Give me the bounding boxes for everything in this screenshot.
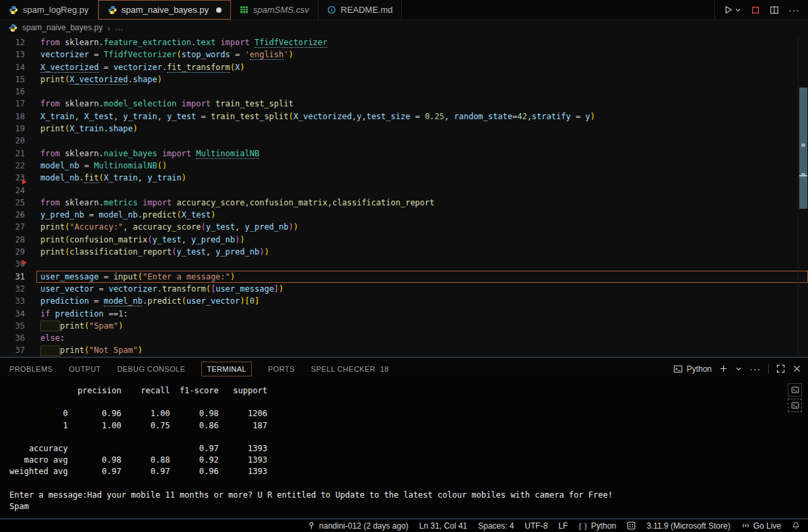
code-line[interactable]: 20 bbox=[0, 135, 808, 147]
panel-tab-output[interactable]: OUTPUT bbox=[69, 362, 101, 376]
line-number: 29 bbox=[0, 246, 25, 258]
code-line-text: print("Spam") bbox=[36, 320, 808, 332]
terminal-instance-list bbox=[788, 383, 802, 412]
code-editor[interactable]: 12from sklearn.feature_extraction.text i… bbox=[0, 35, 808, 357]
code-line-text bbox=[36, 185, 808, 197]
code-line[interactable]: 34if prediction ==1: bbox=[0, 308, 808, 320]
code-line[interactable]: 21from sklearn.naive_bayes import Multin… bbox=[0, 147, 808, 160]
terminal-output[interactable]: precision recall f1-score support 0 0.96… bbox=[0, 380, 808, 512]
code-line[interactable]: 19print(X_train.shape) bbox=[0, 123, 808, 135]
scrollbar-mark bbox=[801, 143, 805, 147]
code-line-text: vectorizer = TfidfVectorizer(stop_words … bbox=[36, 48, 808, 61]
tab-spamSMS.csv[interactable]: spamSMS.csv bbox=[231, 0, 318, 20]
stop-icon bbox=[751, 5, 760, 15]
code-line-text bbox=[36, 135, 808, 147]
line-number: 34 bbox=[0, 308, 25, 320]
cursor-label: Ln 31, Col 41 bbox=[419, 521, 467, 531]
breadcrumb-file[interactable]: spam_naive_bayes.py bbox=[22, 23, 102, 32]
code-line-text: else: bbox=[36, 332, 808, 344]
panel-tab-spell-checker[interactable]: SPELL CHECKER18 bbox=[311, 362, 389, 376]
code-line[interactable]: 35 print("Spam") bbox=[0, 320, 808, 332]
status-eol[interactable]: LF bbox=[558, 521, 568, 531]
new-terminal-button[interactable] bbox=[719, 364, 728, 373]
code-line-text: print(confusion_matrix(y_test, y_pred_nb… bbox=[36, 234, 808, 246]
terminal-shell-selector[interactable]: Python bbox=[673, 364, 712, 374]
unsaved-dot[interactable] bbox=[216, 7, 222, 13]
split-editor-button[interactable] bbox=[770, 5, 779, 15]
terminal[interactable]: precision recall f1-score support 0 0.96… bbox=[0, 380, 808, 519]
code-line[interactable]: 33prediction = model_nb.predict(user_vec… bbox=[0, 295, 808, 307]
breadcrumb-more[interactable]: … bbox=[115, 23, 123, 32]
line-number: 35 bbox=[0, 320, 25, 332]
code-line[interactable]: 37 print("Not Spam") bbox=[0, 344, 808, 356]
breadcrumb[interactable]: spam_naive_bayes.py › … bbox=[0, 20, 808, 35]
status-bar: nandini-012 (2 days ago) Ln 31, Col 41 S… bbox=[0, 519, 808, 532]
panel-tab-terminal[interactable]: TERMINAL bbox=[201, 362, 252, 376]
line-number: 22 bbox=[0, 160, 25, 172]
split-editor-icon bbox=[770, 5, 779, 15]
status-indentation[interactable]: Spaces: 4 bbox=[478, 521, 514, 531]
code-line-text: y_pred_nb = model_nb.predict(X_test) bbox=[36, 209, 808, 221]
code-line[interactable]: 16 bbox=[0, 86, 808, 98]
tab-spam_logReg.py[interactable]: spam_logReg.py bbox=[0, 0, 98, 20]
code-line[interactable]: 28print(confusion_matrix(y_test, y_pred_… bbox=[0, 234, 808, 246]
status-cursor-position[interactable]: Ln 31, Col 41 bbox=[419, 521, 467, 531]
code-line-text: print(X_train.shape) bbox=[36, 123, 808, 135]
status-interpreter[interactable]: 3.11.9 (Microsoft Store) bbox=[646, 521, 731, 531]
run-python-file-button[interactable] bbox=[723, 5, 741, 15]
code-line[interactable]: 26y_pred_nb = model_nb.predict(X_test) bbox=[0, 209, 808, 221]
editor-scrollbar[interactable] bbox=[798, 35, 808, 357]
code-line-text: prediction = model_nb.predict(user_vecto… bbox=[36, 295, 808, 307]
terminal-instance-2[interactable] bbox=[788, 399, 802, 412]
panel-more-actions-button[interactable]: ··· bbox=[749, 366, 761, 372]
panel-tab-problems[interactable]: PROBLEMS bbox=[9, 362, 53, 376]
close-panel-button[interactable] bbox=[793, 364, 801, 373]
status-language[interactable]: { } Python bbox=[578, 521, 616, 531]
code-line[interactable]: 13vectorizer = TfidfVectorizer(stop_word… bbox=[0, 48, 808, 61]
code-line[interactable]: 12from sklearn.feature_extraction.text i… bbox=[0, 36, 808, 48]
scrollbar-thumb[interactable] bbox=[799, 88, 807, 209]
line-number: 18 bbox=[0, 110, 25, 123]
terminal-dropdown-button[interactable] bbox=[735, 366, 742, 372]
code-line-text: user_vector = vectorizer.transform([user… bbox=[36, 283, 808, 295]
line-number: 31 bbox=[0, 271, 25, 283]
code-line[interactable]: 15print(X_vectorized.shape) bbox=[0, 73, 808, 86]
broadcast-icon bbox=[741, 521, 750, 530]
status-go-live[interactable]: Go Live bbox=[741, 521, 781, 531]
code-line[interactable]: 36else: bbox=[0, 332, 808, 344]
terminal-instance-1[interactable] bbox=[788, 383, 802, 397]
status-encoding[interactable]: UTF-8 bbox=[525, 521, 547, 531]
more-actions-button[interactable]: ··· bbox=[788, 7, 800, 13]
code-line-text: model_nb.fit(X_train, y_train) bbox=[36, 172, 808, 184]
tab-spam_naive_bayes.py[interactable]: spam_naive_bayes.py bbox=[98, 0, 231, 20]
status-notifications[interactable] bbox=[792, 521, 800, 530]
code-line[interactable]: 18X_train, X_test, y_train, y_test = tra… bbox=[0, 110, 808, 123]
code-line[interactable]: 31user_message = input("Enter a message:… bbox=[0, 271, 808, 283]
eol-label: LF bbox=[558, 521, 568, 531]
code-line[interactable]: 32user_vector = vectorizer.transform([us… bbox=[0, 283, 808, 295]
panel-tab-ports[interactable]: PORTS bbox=[268, 362, 295, 376]
code-line[interactable]: 30 bbox=[0, 258, 808, 270]
status-extension-button[interactable] bbox=[627, 521, 636, 530]
code-line-text: X_vectorized = vectorizer.fit_transform(… bbox=[36, 61, 808, 73]
code-line[interactable]: 27print("Accuracy:", accuracy_score(y_te… bbox=[0, 221, 808, 233]
code-line[interactable]: 25from sklearn.metrics import accuracy_s… bbox=[0, 197, 808, 209]
status-commit[interactable]: nandini-012 (2 days ago) bbox=[307, 521, 409, 531]
maximize-panel-button[interactable] bbox=[776, 364, 785, 373]
plus-icon bbox=[719, 364, 728, 373]
code-line[interactable]: 23model_nb.fit(X_train, y_train) bbox=[0, 172, 808, 184]
line-number: 33 bbox=[0, 295, 25, 307]
panel-tab-debug-console[interactable]: DEBUG CONSOLE bbox=[117, 362, 185, 376]
interpreter-label: 3.11.9 (Microsoft Store) bbox=[646, 521, 731, 531]
code-line[interactable]: 29print(classification_report(y_test, y_… bbox=[0, 246, 808, 258]
code-line[interactable]: 17from sklearn.model_selection import tr… bbox=[0, 98, 808, 110]
maximize-icon bbox=[776, 364, 785, 373]
code-line[interactable]: 24 bbox=[0, 185, 808, 197]
code-line[interactable]: 22model_nb = MultinomialNB() bbox=[0, 160, 808, 172]
code-line-text: from sklearn.model_selection import trai… bbox=[36, 98, 808, 110]
tab-README.md[interactable]: README.md bbox=[318, 0, 402, 20]
code-line-text bbox=[36, 86, 808, 98]
stop-button[interactable] bbox=[751, 5, 760, 15]
code-line[interactable]: 14X_vectorized = vectorizer.fit_transfor… bbox=[0, 61, 808, 73]
tab-label: spam_naive_bayes.py bbox=[122, 5, 209, 15]
